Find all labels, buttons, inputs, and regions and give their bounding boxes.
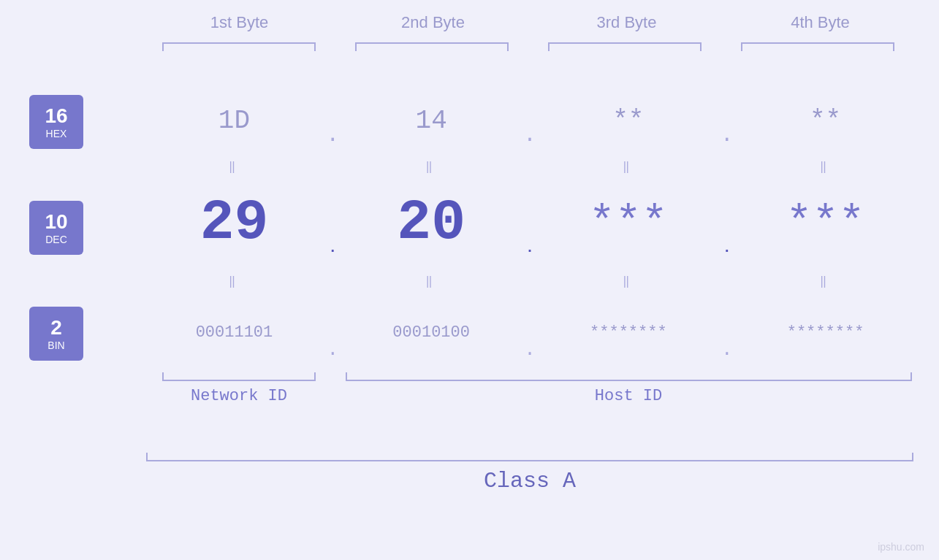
sep2-b4: ‖ — [753, 274, 897, 288]
bracket-byte3 — [548, 42, 702, 51]
sep1-b4: ‖ — [753, 159, 897, 174]
main-layout: 1st Byte 2nd Byte 3rd Byte 4th Byte 16 H… — [0, 0, 939, 560]
bin-badge: 2 BIN — [29, 307, 83, 361]
sep2-b1: ‖ — [162, 274, 306, 288]
bin-badge-label: BIN — [47, 340, 64, 351]
bin-b1: 00011101 — [162, 323, 306, 342]
bracket-byte1 — [162, 42, 316, 51]
top-brackets — [142, 42, 917, 51]
hex-badge-number: 16 — [45, 104, 67, 128]
network-id-label: Network ID — [191, 387, 287, 405]
class-section: Class A — [142, 453, 917, 494]
hex-sep3: . — [720, 123, 734, 153]
hex-b3: ** — [556, 106, 700, 136]
dec-b3: *** — [556, 198, 700, 248]
sep2-b3: ‖ — [556, 274, 700, 288]
watermark: ipshu.com — [878, 541, 924, 553]
hex-b2: 14 — [360, 106, 503, 136]
class-bracket — [146, 453, 913, 461]
dec-b2: 20 — [360, 191, 503, 255]
dec-sep3: . — [720, 239, 734, 266]
dec-sep1: . — [326, 239, 340, 266]
bracket-byte2 — [355, 42, 509, 51]
hex-sep2: . — [523, 123, 537, 153]
dec-sep2: . — [523, 239, 537, 266]
bin-sep3: . — [720, 339, 734, 365]
sep2-b2: ‖ — [360, 274, 503, 288]
bin-row: 00011101 . 00010100 . ******** . *******… — [142, 299, 917, 365]
bracket-byte4 — [741, 42, 894, 51]
hex-badge-label: HEX — [46, 128, 67, 139]
dec-badge-number: 10 — [45, 210, 67, 234]
byte1-label: 1st Byte — [142, 13, 336, 32]
hex-sep1: . — [326, 123, 340, 153]
hex-b1: 1D — [162, 106, 306, 136]
hex-row: 1D . 14 . ** . ** — [142, 88, 917, 153]
dec-b1: 29 — [162, 191, 306, 255]
dec-badge-label: DEC — [45, 234, 67, 245]
byte3-label: 3rd Byte — [530, 13, 723, 32]
sep-row-1: ‖ ‖ ‖ ‖ — [142, 159, 917, 174]
bin-b3: ******** — [556, 323, 700, 342]
dec-b4: *** — [753, 198, 897, 248]
bin-sep1: . — [326, 339, 340, 365]
host-id-label: Host ID — [595, 387, 662, 405]
bin-badge-number: 2 — [50, 316, 62, 340]
sep-row-2: ‖ ‖ ‖ ‖ — [142, 274, 917, 288]
byte4-label: 4th Byte — [723, 13, 917, 32]
bin-sep2: . — [523, 339, 537, 365]
byte-headers: 1st Byte 2nd Byte 3rd Byte 4th Byte — [142, 13, 917, 32]
host-id-bracket — [346, 372, 912, 381]
dec-row: 29 . 20 . *** . *** — [142, 179, 917, 266]
class-label: Class A — [484, 469, 576, 494]
byte2-label: 2nd Byte — [336, 13, 530, 32]
network-id-section: Network ID — [142, 372, 335, 405]
sep1-b3: ‖ — [556, 159, 700, 174]
network-id-bracket — [162, 372, 316, 381]
bin-b4: ******** — [753, 323, 897, 342]
dec-badge: 10 DEC — [29, 201, 83, 255]
hex-badge: 16 HEX — [29, 95, 83, 149]
sep1-b2: ‖ — [360, 159, 503, 174]
sep1-b1: ‖ — [162, 159, 306, 174]
bin-b2: 00010100 — [360, 323, 503, 342]
hex-b4: ** — [753, 106, 897, 136]
host-id-section: Host ID — [336, 372, 921, 405]
